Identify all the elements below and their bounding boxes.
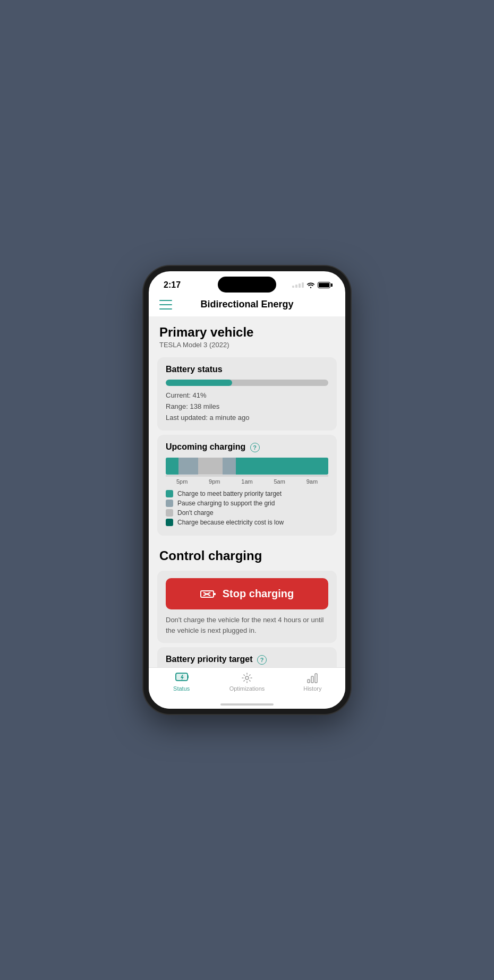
vehicle-name: TESLA Model 3 (2022) <box>159 341 335 349</box>
nav-item-optimizations[interactable]: Optimizations <box>214 672 279 692</box>
phone-frame: 2:17 Bidir <box>143 266 351 714</box>
battery-current: Current: 41% <box>166 390 328 401</box>
status-time: 2:17 <box>164 280 181 290</box>
legend-item-4: Charge because electricity cost is low <box>166 519 328 526</box>
history-nav-icon <box>305 672 319 684</box>
history-nav-label: History <box>303 685 321 692</box>
optimizations-nav-label: Optimizations <box>229 685 265 692</box>
battery-status-card: Battery status Current: 41% Range: 138 m… <box>157 357 337 431</box>
battery-priority-title: Battery priority target ? <box>166 655 328 665</box>
home-indicator <box>220 703 274 706</box>
status-nav-label: Status <box>173 685 190 692</box>
upcoming-charging-title: Upcoming charging ? <box>166 442 328 452</box>
legend-label-4: Charge because electricity cost is low <box>177 519 284 526</box>
main-content: Primary vehicle TESLA Model 3 (2022) Bat… <box>149 316 345 682</box>
signal-icon <box>292 282 304 288</box>
optimizations-nav-icon <box>240 672 254 684</box>
chart-bar <box>166 458 328 475</box>
battery-updated: Last updated: a minute ago <box>166 412 328 424</box>
menu-button[interactable] <box>159 300 172 310</box>
battery-info: Current: 41% Range: 138 miles Last updat… <box>166 390 328 423</box>
chart-label-5pm: 5pm <box>166 478 198 485</box>
chart-label-9pm: 9pm <box>198 478 231 485</box>
nav-item-history[interactable]: History <box>280 672 345 692</box>
battery-bar-fill <box>166 380 232 386</box>
svg-rect-1 <box>214 593 216 595</box>
legend-label-1: Charge to meet battery priority target <box>177 490 282 497</box>
battery-range: Range: 138 miles <box>166 401 328 412</box>
battery-priority-help-icon[interactable]: ? <box>257 655 267 665</box>
status-icons <box>292 282 330 288</box>
legend-dot-4 <box>166 519 173 526</box>
chart-label-5am: 5am <box>263 478 296 485</box>
upcoming-charging-card: Upcoming charging ? 5pm 9pm <box>157 435 337 536</box>
battery-status-title: Battery status <box>166 365 328 374</box>
chart-time-labels: 5pm 9pm 1am 5am 9am <box>166 478 328 485</box>
legend-label-2: Pause charging to support the grid <box>177 500 275 507</box>
svg-rect-9 <box>311 676 313 683</box>
legend-label-3: Don't charge <box>177 509 214 517</box>
legend-dot-2 <box>166 500 173 507</box>
battery-status-icon <box>318 282 330 288</box>
legend-item-2: Pause charging to support the grid <box>166 500 328 507</box>
svg-rect-8 <box>308 680 310 683</box>
legend-item-3: Don't charge <box>166 509 328 517</box>
app-title: Bidirectional Energy <box>172 299 322 310</box>
svg-rect-5 <box>188 675 189 678</box>
dynamic-island <box>218 277 276 293</box>
chart-label-9am: 9am <box>296 478 328 485</box>
status-nav-icon <box>175 672 189 684</box>
svg-rect-10 <box>315 674 317 683</box>
legend-dot-3 <box>166 509 173 517</box>
stop-charging-card: Stop charging Don't charge the vehicle f… <box>157 571 337 643</box>
legend-dot-1 <box>166 490 173 497</box>
bottom-navigation: Status Optimizations History <box>149 667 345 709</box>
stop-charging-icon <box>200 589 216 599</box>
wifi-icon <box>306 282 315 288</box>
stop-charging-description: Don't charge the vehicle for the next 4 … <box>166 615 328 635</box>
svg-point-7 <box>245 676 249 680</box>
stop-charging-button[interactable]: Stop charging <box>166 578 328 609</box>
primary-vehicle-header: Primary vehicle TESLA Model 3 (2022) <box>149 316 345 353</box>
nav-item-status[interactable]: Status <box>149 672 214 692</box>
legend-item-1: Charge to meet battery priority target <box>166 490 328 497</box>
control-charging-header: Control charging <box>149 540 345 566</box>
charging-chart: 5pm 9pm 1am 5am 9am <box>166 458 328 485</box>
upcoming-charging-help-icon[interactable]: ? <box>250 443 260 452</box>
battery-bar-container <box>166 380 328 386</box>
primary-vehicle-title: Primary vehicle <box>159 325 335 340</box>
app-header: Bidirectional Energy <box>149 295 345 316</box>
control-charging-title: Control charging <box>159 548 335 563</box>
stop-charging-label: Stop charging <box>223 588 294 600</box>
chart-label-1am: 1am <box>231 478 263 485</box>
